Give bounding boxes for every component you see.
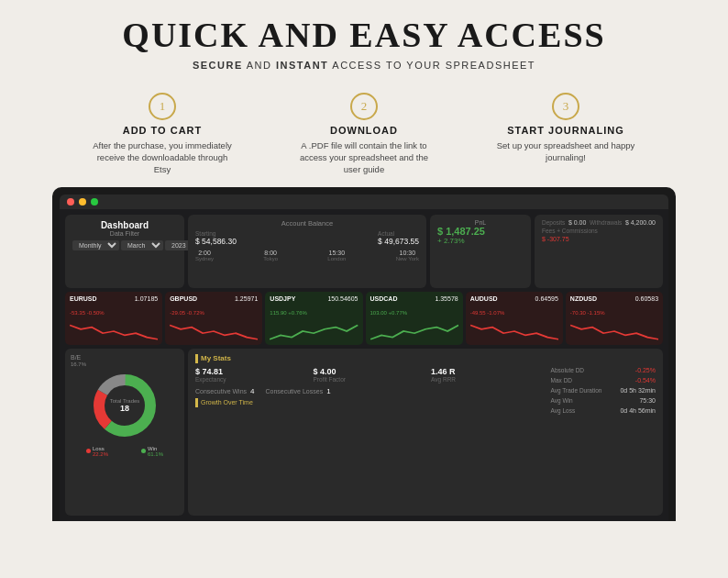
main-title: QUICK AND EASY ACCESS — [37, 17, 691, 55]
growth-label: Growth Over Time — [195, 398, 542, 407]
cc-change1: 103.00 +0.77% — [370, 310, 408, 316]
total-trades-val: 18 — [110, 404, 140, 413]
actual-label: Actual — [378, 230, 419, 237]
currency-card-nzdusd: NZDUSD 0.60583 -70.30 -1.15% — [566, 292, 663, 345]
donut-center: Total Trades 18 — [110, 398, 140, 413]
laptop-topbar — [60, 195, 668, 209]
dashboard-panel: Dashboard Data Filter Monthly March 2023 — [65, 215, 184, 288]
avg-loss-val: 0d 4h 56min — [620, 407, 656, 414]
profit-factor-label: Profit Factor — [314, 376, 425, 383]
step-2-title: DOWNLOAD — [330, 125, 398, 136]
steps-container: 1 ADD TO CART After the purchase, you im… — [0, 93, 728, 176]
account-balance-panel: Account Balance Starting $ 54,586.30 Act… — [188, 215, 426, 288]
growth-bar — [195, 398, 198, 407]
cc-header: USDCAD 1.35578 — [370, 295, 458, 302]
stats-left-panel: B/E16.7% Total Trades 18 — [65, 349, 184, 516]
cc-pair: USDJPY — [270, 295, 295, 302]
max-dd-val: -0.54% — [635, 377, 656, 383]
consec-losses-val: 1 — [326, 387, 330, 395]
loss-legend: Loss22.2% — [86, 446, 108, 457]
loss-dot — [86, 449, 91, 453]
laptop-wrapper: Dashboard Data Filter Monthly March 2023 — [0, 187, 728, 521]
avg-rrr-val: 1.46 R — [431, 367, 542, 376]
cc-pair: AUDUSD — [470, 295, 498, 302]
avg-win-item: Avg Win 75:30 — [551, 397, 656, 404]
cc-change1: -70.30 -1.15% — [570, 310, 605, 316]
actual-value: $ 49,673.55 — [378, 237, 419, 246]
cc-price: 0.64595 — [535, 295, 558, 302]
cc-header: AUDUSD 0.64595 — [470, 295, 558, 302]
month-select[interactable]: March — [121, 240, 163, 250]
avg-win-val: 75:30 — [639, 397, 656, 404]
chart-legend: Loss22.2% Win61.1% — [86, 446, 163, 457]
cc-price: 150.54605 — [327, 295, 358, 302]
cc-header: NZDUSD 0.60583 — [570, 295, 658, 302]
subtitle: SECURE AND INSTANT ACCESS TO YOUR SPREAD… — [37, 60, 691, 71]
deposits-panel: Deposits $ 0.00 Withdrawals $ 4,200.00 F… — [535, 215, 663, 288]
newyork-val: 10:30 — [400, 250, 416, 256]
cc-pair: USDCAD — [370, 295, 398, 302]
newyork-label: New York — [396, 256, 419, 261]
expectancy-item: $ 74.81 Expectancy — [195, 367, 306, 383]
london-val: 15:30 — [329, 250, 346, 256]
fees-row: Fees + Commissions — [542, 228, 656, 234]
dashboard-filters: Monthly March 2023 — [72, 240, 177, 250]
sydney-label: Sydney — [195, 256, 214, 261]
dashboard-subtitle: Data Filter — [72, 230, 177, 237]
stats-main: $ 74.81 Expectancy $ 4.00 Profit Factor … — [195, 367, 542, 414]
starting-item: Starting $ 54,586.30 — [195, 230, 237, 246]
sydney-time: 2:00 Sydney — [195, 250, 214, 261]
withdrawals-label: Withdrawals — [590, 219, 622, 226]
cc-price: 1.07185 — [135, 295, 158, 302]
expectancy-label: Expectancy — [195, 376, 306, 383]
cc-pair: NZDUSD — [570, 295, 597, 302]
screen: Dashboard Data Filter Monthly March 2023 — [60, 209, 668, 521]
avg-rrr-label: Avg RRR — [431, 376, 542, 383]
pnl-value: $ 1,487.25 — [437, 226, 524, 237]
cc-chart — [270, 321, 358, 341]
my-stats-title: My Stats — [195, 354, 656, 363]
expectancy-val: $ 74.81 — [195, 367, 306, 376]
cc-chart — [470, 321, 558, 341]
cc-price: 0.60583 — [635, 295, 658, 302]
cc-change1: -49.55 -1.07% — [470, 310, 505, 316]
pnl-percent: + 2.73% — [437, 237, 524, 245]
cc-changes: -29.05 -0.72% — [170, 302, 258, 318]
cc-chart — [170, 321, 258, 341]
step-3: 3 START JOURNALING Set up your spreadshe… — [492, 93, 639, 176]
currency-card-gbpusd: GBPUSD 1.25971 -29.05 -0.72% — [165, 292, 262, 345]
market-times: 2:00 Sydney 8:00 Tokyo 15:30 London 10 — [195, 250, 419, 261]
deposits-row: Deposits $ 0.00 Withdrawals $ 4,200.00 — [542, 219, 656, 226]
tokyo-val: 8:00 — [264, 250, 277, 256]
step-3-circle: 3 — [552, 93, 579, 120]
step-1-title: ADD TO CART — [123, 125, 203, 136]
abs-dd-item: Absolute DD -0.25% — [551, 367, 656, 373]
deposits-value: $ 0.00 — [568, 219, 586, 226]
consec-wins-item: Consecutive Wins 4 — [195, 387, 254, 395]
london-time: 15:30 London — [327, 250, 346, 261]
cc-changes: 103.00 +0.77% — [370, 302, 458, 318]
step-2: 2 DOWNLOAD A .PDF file will contain the … — [291, 93, 437, 176]
london-label: London — [327, 256, 346, 261]
abs-dd-label: Absolute DD — [551, 367, 585, 373]
max-dd-label: Max DD — [551, 377, 572, 383]
max-dd-item: Max DD -0.54% — [551, 377, 656, 383]
dash-top-row: Dashboard Data Filter Monthly March 2023 — [65, 215, 663, 288]
profit-factor-val: $ 4.00 — [314, 367, 425, 376]
consec-losses-item: Consecutive Losses 1 — [265, 387, 330, 395]
cc-change1: 115.90 +0.76% — [270, 310, 307, 316]
stats-content: $ 74.81 Expectancy $ 4.00 Profit Factor … — [195, 367, 656, 414]
dashboard-title: Dashboard — [72, 220, 177, 230]
cc-pair: GBPUSD — [170, 295, 197, 302]
consec-losses-label: Consecutive Losses — [265, 388, 323, 395]
monthly-select[interactable]: Monthly — [72, 240, 119, 250]
donut-chart: Total Trades 18 — [88, 369, 161, 442]
avg-loss-label: Avg Loss — [551, 407, 576, 414]
consec-row: Consecutive Wins 4 Consecutive Losses 1 — [195, 387, 542, 395]
starting-label: Starting — [195, 230, 237, 237]
cc-price: 1.35578 — [435, 295, 458, 302]
step-3-desc: Set up your spreadsheet and happy journa… — [492, 139, 639, 164]
abs-dd-val: -0.25% — [635, 367, 656, 373]
currency-card-usdjpy: USDJPY 150.54605 115.90 +0.76% — [265, 292, 362, 345]
account-balance-title: Account Balance — [195, 219, 419, 228]
